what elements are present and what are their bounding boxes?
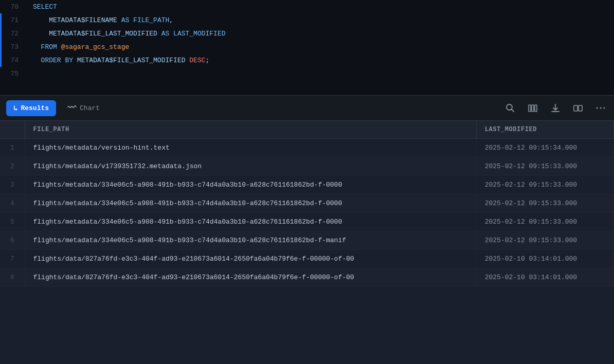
col-header-filepath: FILE_PATH (25, 121, 476, 139)
cell-rownum: 8 (0, 268, 25, 287)
cell-modified: 2025-02-12 09:15:33.000 (476, 194, 613, 213)
code-line-73: 73 FROM @sagara_gcs_stage (0, 40, 614, 53)
cell-filepath: flights/metadata/version-hint.text (25, 139, 476, 157)
code-line-72: 72 METADATA$FILE_LAST_MODIFIED AS LAST_M… (0, 27, 614, 40)
results-arrow-icon: ↳ (13, 104, 17, 113)
results-button[interactable]: ↳ Results (6, 100, 56, 116)
col-header-modified: LAST_MODIFIED (476, 121, 613, 139)
toolbar-icons (503, 101, 608, 115)
download-icon (550, 103, 561, 113)
chart-button[interactable]: Chart (60, 100, 107, 116)
code-content: METADATA$FILE_LAST_MODIFIED AS LAST_MODI… (27, 30, 226, 38)
table-row: 2flights/metadata/v1739351732.metadata.j… (0, 157, 614, 176)
cell-modified: 2025-02-12 09:15:33.000 (476, 213, 613, 231)
cell-filepath: flights/metadata/334e06c5-a908-491b-b933… (25, 231, 476, 250)
svg-rect-7 (574, 105, 577, 111)
svg-point-10 (600, 107, 602, 109)
cell-modified: 2025-02-12 09:15:33.000 (476, 231, 613, 250)
chart-label: Chart (80, 104, 100, 112)
svg-rect-4 (535, 105, 537, 112)
cell-filepath: flights/data/827a76fd-e3c3-404f-ad93-e21… (25, 268, 476, 287)
chart-wave-icon (67, 103, 77, 113)
cell-filepath: flights/metadata/v1739351732.metadata.js… (25, 157, 476, 176)
columns-icon (528, 103, 538, 113)
svg-rect-2 (529, 105, 531, 112)
expand-button[interactable] (571, 101, 585, 115)
code-editor: 70 SELECT 71 METADATA$FILENAME AS FILE_P… (0, 0, 614, 95)
cell-rownum: 3 (0, 176, 25, 194)
table-row: 6flights/metadata/334e06c5-a908-491b-b93… (0, 231, 614, 250)
code-content: METADATA$FILENAME AS FILE_PATH, (27, 16, 173, 24)
svg-point-11 (604, 107, 605, 109)
table-row: 5flights/metadata/334e06c5-a908-491b-b93… (0, 213, 614, 231)
table-row: 8flights/data/827a76fd-e3c3-404f-ad93-e2… (0, 268, 614, 287)
svg-rect-3 (532, 105, 534, 112)
code-line-71: 71 METADATA$FILENAME AS FILE_PATH, (0, 13, 614, 27)
svg-point-9 (597, 107, 598, 109)
line-number: 74 (0, 57, 27, 64)
line-number: 70 (0, 3, 27, 11)
cell-modified: 2025-02-10 03:14:01.000 (476, 250, 613, 268)
line-number: 72 (0, 30, 27, 38)
line-number: 73 (0, 43, 27, 51)
cell-filepath: flights/metadata/334e06c5-a908-491b-b933… (25, 176, 476, 194)
cell-modified: 2025-02-12 09:15:33.000 (476, 157, 613, 176)
code-content: SELECT (27, 3, 57, 11)
table-body: 1flights/metadata/version-hint.text2025-… (0, 139, 614, 287)
code-content: ORDER BY METADATA$FILE_LAST_MODIFIED DES… (27, 57, 209, 64)
table-row: 4flights/metadata/334e06c5-a908-491b-b93… (0, 194, 614, 213)
cell-rownum: 1 (0, 139, 25, 157)
cell-rownum: 5 (0, 213, 25, 231)
cell-rownum: 2 (0, 157, 25, 176)
cell-filepath: flights/metadata/334e06c5-a908-491b-b933… (25, 194, 476, 213)
expand-icon (573, 103, 583, 113)
table-header: FILE_PATH LAST_MODIFIED (0, 121, 614, 139)
toolbar: ↳ Results Chart (0, 95, 614, 121)
code-content: FROM @sagara_gcs_stage (27, 43, 129, 51)
svg-rect-8 (579, 105, 582, 111)
col-header-rownum (0, 121, 25, 139)
cell-modified: 2025-02-12 09:15:33.000 (476, 176, 613, 194)
cell-rownum: 7 (0, 250, 25, 268)
table-row: 3flights/metadata/334e06c5-a908-491b-b93… (0, 176, 614, 194)
search-button[interactable] (503, 101, 517, 115)
more-button[interactable] (593, 101, 608, 115)
cell-filepath: flights/data/827a76fd-e3c3-404f-ad93-e21… (25, 250, 476, 268)
columns-button[interactable] (526, 101, 540, 115)
results-label: Results (21, 104, 49, 112)
search-icon (505, 103, 515, 113)
svg-line-1 (512, 110, 514, 112)
table-row: 1flights/metadata/version-hint.text2025-… (0, 139, 614, 157)
more-icon (595, 103, 606, 113)
cell-modified: 2025-02-10 03:14:01.000 (476, 268, 613, 287)
code-line-70: 70 SELECT (0, 0, 614, 13)
cell-filepath: flights/metadata/334e06c5-a908-491b-b933… (25, 213, 476, 231)
code-line-75: 75 (0, 67, 614, 80)
table-row: 7flights/data/827a76fd-e3c3-404f-ad93-e2… (0, 250, 614, 268)
code-line-74: 74 ORDER BY METADATA$FILE_LAST_MODIFIED … (0, 53, 614, 67)
line-number: 75 (0, 70, 27, 78)
line-number: 71 (0, 16, 27, 24)
results-table: FILE_PATH LAST_MODIFIED 1flights/metadat… (0, 121, 614, 287)
download-button[interactable] (548, 101, 563, 115)
results-container: FILE_PATH LAST_MODIFIED 1flights/metadat… (0, 121, 614, 287)
cell-rownum: 6 (0, 231, 25, 250)
cell-rownum: 4 (0, 194, 25, 213)
cell-modified: 2025-02-12 09:15:34.000 (476, 139, 613, 157)
